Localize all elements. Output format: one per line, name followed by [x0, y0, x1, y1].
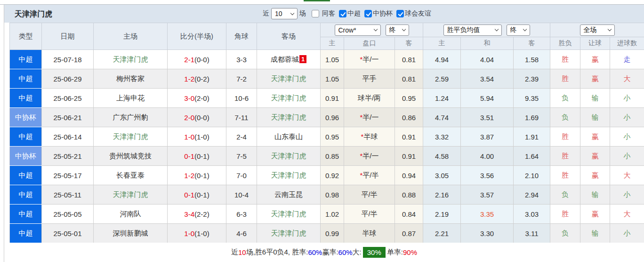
col-header-date: 日期 [42, 23, 94, 50]
away-team: 天津津门虎 [257, 108, 321, 127]
league-type-badge: 中超 [10, 69, 42, 89]
result-handicap: 输 [580, 185, 610, 205]
table-row: 中超25-06-25上海申花3-0(2-0)10-6天津津门虎0.91球半/两0… [10, 89, 644, 108]
filter-checkbox-super-league[interactable] [339, 10, 346, 17]
match-date: 25-05-01 [42, 224, 94, 243]
halftime-score: (0-0) [194, 114, 209, 122]
score: 2-1(0-0) [168, 50, 226, 69]
col-header-score: 比分(半场) [168, 23, 226, 50]
result-goals: 大 [610, 166, 644, 185]
away-team: 天津津门虎 [257, 147, 321, 166]
handicap-text: 半球 [363, 132, 378, 140]
corners: 7-2 [226, 69, 257, 89]
subcol-result-goals: 进球数 [610, 37, 644, 50]
handicap-line: *半/一 [344, 108, 395, 127]
away-team-name: 天津津门虎 [271, 171, 306, 179]
fulltime-score: 2-1 [184, 56, 194, 64]
score: 3-4(2-2) [168, 205, 226, 224]
avg-home-odds: 1.24 [423, 89, 461, 108]
home-odds: 0.96 [321, 108, 344, 127]
result-wdl: 胜 [550, 69, 580, 89]
halftime-score: (1-0) [194, 133, 209, 141]
handicap-line: 平/半 [344, 185, 395, 205]
avg-draw-odds: 4.00 [461, 147, 514, 166]
select-value: 胜平负均值 [447, 26, 480, 34]
result-handicap: 输 [580, 108, 610, 127]
result-goals: 小 [610, 147, 644, 166]
away-team-name: 山东泰山 [274, 132, 303, 140]
avg-draw-odds: 3.54 [461, 69, 514, 89]
subcol-result-handicap: 让球 [580, 37, 610, 50]
away-team-name: 成都蓉城 [271, 55, 299, 63]
fulltime-score: 1-2 [184, 75, 194, 83]
corners: 7-0 [226, 166, 257, 185]
avg-draw-odds: 3.57 [461, 185, 514, 205]
score: 2-0(0-0) [168, 108, 226, 127]
match-history-page: 天津津门虎 近 10 场 同客中超中协杯球会友谊 类型 日期 主场 比分(半场)… [0, 0, 644, 262]
league-type-badge: 中超 [10, 166, 42, 185]
home-team: 贵州筑城竞技 [94, 147, 168, 166]
avg-away-odds: 2.39 [514, 69, 550, 89]
recent-count-select[interactable]: 10 [271, 8, 298, 19]
away-team-name: 云南玉昆 [274, 190, 303, 198]
away-odds: 0.81 [395, 50, 423, 69]
filter-checkbox-same-away[interactable] [312, 10, 319, 17]
away-team: 山东泰山 [257, 127, 321, 147]
handicap-text: 平/半 [362, 171, 378, 179]
odds-company-select[interactable]: Crow* [335, 25, 381, 36]
handicap-line: *半球 [344, 127, 395, 147]
home-odds: 0.95 [321, 127, 344, 147]
avg-home-odds: 4.74 [423, 108, 461, 127]
home-team-name: 河南队 [120, 210, 141, 218]
avg-odds-select[interactable]: 胜平负均值 [443, 25, 502, 36]
match-date: 25-05-17 [42, 166, 94, 185]
select-value: 终 [510, 26, 517, 34]
filter-checkbox-club-friendly[interactable] [396, 10, 404, 17]
result-goals: 大 [610, 69, 644, 89]
avg-away-odds: 1.91 [514, 127, 550, 147]
away-team: 天津津门虎 [257, 69, 321, 89]
table-row: 中超25-06-29梅州客家1-2(0-2)7-2天津津门虎1.05平手0.81… [10, 69, 644, 89]
avg-draw-odds: 3.35 [461, 205, 514, 224]
league-type-badge: 中超 [10, 224, 42, 243]
filter-toolbar: 近 10 场 同客中超中协杯球会友谊 [261, 8, 431, 20]
halftime-score: (0-2) [194, 75, 209, 83]
avg-home-odds: 3.05 [423, 166, 461, 185]
score: 0-1(0-1) [168, 185, 226, 205]
match-date: 25-06-29 [42, 69, 94, 89]
match-date: 25-06-25 [42, 89, 94, 108]
result-goals: 小 [610, 224, 644, 243]
result-wdl: 胜 [550, 50, 580, 69]
filter-checkbox-fa-cup[interactable] [364, 10, 372, 17]
home-team-name: 上海申花 [116, 94, 145, 102]
corners: 10-4 [226, 185, 257, 205]
avg-period-select[interactable]: 终 [507, 25, 530, 36]
matches-table: 类型 日期 主场 比分(半场) 角球 客场 Crow* 终 [9, 23, 644, 243]
league-type-badge: 中超 [10, 185, 42, 205]
handicap-text: 半/一 [362, 55, 378, 63]
halftime-score: (0-1) [194, 191, 209, 199]
chevron-down-icon [607, 27, 611, 31]
fulltime-score: 1-0 [184, 133, 194, 141]
home-team-name: 广东广州豹 [113, 113, 148, 121]
subcol-handicap: 盘口 [344, 37, 395, 50]
result-goals: 小 [610, 185, 644, 205]
chevron-down-icon [494, 27, 498, 31]
avg-away-odds: 1.58 [514, 50, 550, 69]
handicap-text: 半球 [362, 229, 377, 237]
score: 1-0(1-0) [168, 127, 226, 147]
home-odds: 0.92 [321, 166, 344, 185]
header-band: 天津津门虎 近 10 场 同客中超中协杯球会友谊 [4, 5, 644, 23]
odds-period-select[interactable]: 终 [386, 25, 409, 36]
result-wdl: 负 [550, 108, 580, 127]
home-odds: 1.05 [321, 50, 344, 69]
match-date: 25-05-05 [42, 205, 94, 224]
table-row: 中超25-05-17长春亚泰1-2(0-1)7-0天津津门虎0.92*平/半0.… [10, 166, 644, 185]
home-odds: 1.02 [321, 205, 344, 224]
avg-home-odds: 4.58 [423, 147, 461, 166]
away-team-name: 天津津门虎 [271, 113, 306, 121]
fulltime-score: 0-1 [184, 152, 194, 160]
result-wdl: 负 [550, 224, 580, 243]
result-goals: 走 [610, 50, 644, 69]
scope-select[interactable]: 全场 [580, 25, 615, 36]
